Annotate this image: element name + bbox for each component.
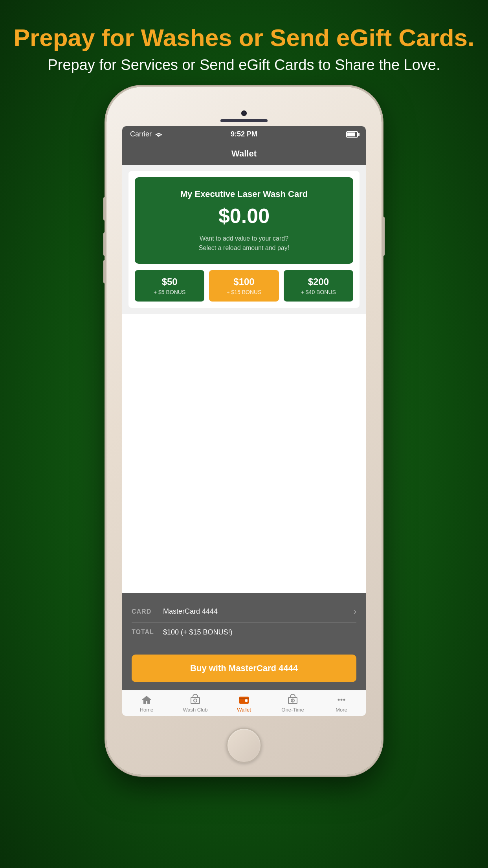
tab-home-label: Home	[140, 707, 154, 713]
amount-50-button[interactable]: $50 + $5 BONUS	[135, 270, 204, 302]
battery-icon	[346, 131, 358, 138]
tab-wallet-label: Wallet	[237, 707, 251, 713]
status-time: 9:52 PM	[231, 130, 257, 138]
phone-screen: Carrier 9:52 PM Wallet	[122, 126, 366, 716]
amount-100-bonus: + $15 BONUS	[212, 289, 275, 295]
wash-club-icon	[189, 694, 201, 705]
tab-wash-club[interactable]: Wash Club	[180, 694, 211, 713]
home-icon	[141, 694, 152, 705]
total-row: TOTAL $100 (+ $15 BONUS!)	[132, 623, 356, 642]
amount-50-bonus: + $5 BONUS	[138, 289, 201, 295]
more-icon	[336, 694, 347, 705]
tab-bar: Home Wash Club	[122, 690, 366, 716]
total-label: TOTAL	[132, 629, 163, 636]
wash-card-desc-line1: Want to add value to your card?	[200, 235, 288, 242]
svg-point-2	[194, 699, 197, 702]
carrier-label: Carrier	[130, 130, 152, 138]
card-row[interactable]: CARD MasterCard 4444 ›	[132, 601, 356, 623]
svg-point-9	[338, 699, 340, 701]
home-button[interactable]	[226, 728, 262, 763]
header-title: Prepay for Washes or Send eGift Cards.	[14, 24, 475, 51]
header-section: Prepay for Washes or Send eGift Cards. P…	[14, 0, 475, 75]
svg-rect-4	[239, 698, 249, 699]
wash-card-desc-line2: Select a reload amount and pay!	[199, 245, 289, 251]
svg-rect-5	[245, 699, 248, 702]
wash-card-description: Want to add value to your card? Select a…	[144, 234, 344, 253]
phone-bottom	[226, 716, 262, 775]
chevron-right-icon: ›	[354, 607, 356, 617]
total-value: $100 (+ $15 BONUS!)	[163, 628, 356, 636]
amount-100-main: $100	[212, 276, 275, 287]
tab-wash-club-label: Wash Club	[183, 707, 207, 713]
card-value: MasterCard 4444	[163, 607, 354, 616]
tab-wallet[interactable]: Wallet	[228, 694, 260, 713]
tab-more-label: More	[336, 707, 347, 713]
card-label: CARD	[132, 608, 163, 615]
tab-home[interactable]: Home	[131, 694, 162, 713]
wifi-icon	[155, 132, 163, 137]
status-left: Carrier	[130, 130, 163, 138]
amount-100-button[interactable]: $100 + $15 BONUS	[209, 270, 279, 302]
phone-top	[106, 87, 382, 126]
header-subtitle: Prepay for Services or Send eGift Cards …	[14, 55, 475, 75]
tab-one-time[interactable]: One-Time	[277, 694, 308, 713]
wash-card-title: My Executive Laser Wash Card	[144, 189, 344, 199]
wallet-icon	[238, 694, 250, 705]
tab-one-time-label: One-Time	[281, 707, 304, 713]
status-right	[346, 131, 358, 138]
camera-icon	[241, 110, 247, 116]
card-area: My Executive Laser Wash Card $0.00 Want …	[128, 171, 360, 308]
nav-bar: Wallet	[122, 143, 366, 165]
amount-200-main: $200	[287, 276, 350, 287]
svg-point-10	[341, 699, 343, 701]
amount-50-main: $50	[138, 276, 201, 287]
payment-section: CARD MasterCard 4444 › TOTAL $100 (+ $15…	[122, 593, 366, 650]
tab-more[interactable]: More	[326, 694, 357, 713]
svg-point-11	[343, 699, 345, 701]
screen-content: My Executive Laser Wash Card $0.00 Want …	[122, 165, 366, 716]
phone-shell: Carrier 9:52 PM Wallet	[106, 87, 382, 775]
amount-200-button[interactable]: $200 + $40 BONUS	[284, 270, 353, 302]
speaker-icon	[220, 119, 268, 122]
wash-card: My Executive Laser Wash Card $0.00 Want …	[135, 177, 353, 264]
svg-point-0	[158, 136, 160, 137]
battery-fill	[347, 132, 355, 136]
amount-200-bonus: + $40 BONUS	[287, 289, 350, 295]
svg-rect-1	[191, 697, 200, 704]
amount-buttons: $50 + $5 BONUS $100 + $15 BONUS $200 + $…	[135, 270, 353, 302]
one-time-icon	[287, 694, 299, 705]
buy-button-container: Buy with MasterCard 4444	[122, 650, 366, 690]
buy-button[interactable]: Buy with MasterCard 4444	[132, 655, 356, 682]
status-bar: Carrier 9:52 PM	[122, 126, 366, 143]
nav-title: Wallet	[231, 149, 257, 159]
wash-card-amount: $0.00	[144, 206, 344, 226]
